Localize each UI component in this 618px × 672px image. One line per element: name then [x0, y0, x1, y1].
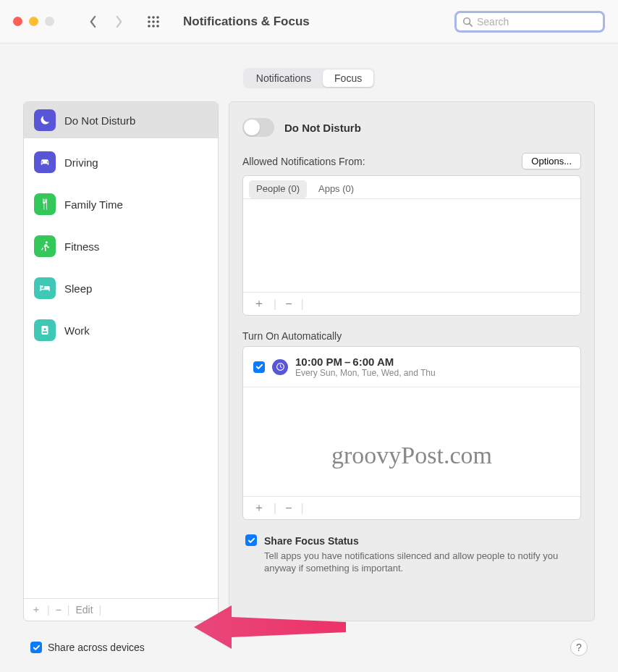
schedule-days: Every Sun, Mon, Tue, Wed, and Thu — [295, 368, 436, 378]
schedule-box: 10:00 PM – 6:00 AM Every Sun, Mon, Tue, … — [242, 346, 581, 520]
nav-arrows — [88, 14, 124, 29]
help-button[interactable]: ? — [570, 639, 588, 656]
sidebar-item-do-not-disturb[interactable]: Do Not Disturb — [24, 102, 218, 138]
remove-allowed-button[interactable]: − — [282, 298, 295, 311]
focus-sidebar: Do Not Disturb Driving Family Time — [23, 101, 219, 621]
watermark-text: groovyPost.com — [243, 442, 580, 469]
svg-line-10 — [470, 23, 473, 26]
allowed-tab-apps[interactable]: Apps (0) — [311, 180, 361, 198]
focus-toggle-label: Do Not Disturb — [284, 122, 361, 134]
preferences-window: Notifications & Focus Notifications Focu… — [0, 0, 618, 672]
schedule-body: groovyPost.com — [243, 387, 580, 496]
show-all-button[interactable] — [147, 15, 160, 28]
bed-icon — [34, 277, 56, 299]
tab-notifications[interactable]: Notifications — [245, 70, 323, 87]
svg-point-5 — [156, 20, 159, 23]
badge-icon — [34, 319, 56, 341]
tab-group: Notifications Focus — [0, 43, 618, 101]
auto-section-label: Turn On Automatically — [242, 330, 581, 342]
forward-button[interactable] — [114, 14, 124, 29]
sidebar-footer: ＋ | − | Edit | — [24, 598, 218, 621]
svg-point-6 — [148, 25, 151, 28]
clock-icon — [272, 359, 288, 375]
edit-focus-button[interactable]: Edit — [75, 604, 93, 616]
add-schedule-button[interactable]: ＋ — [250, 500, 268, 516]
share-across-devices-row: Share across devices — [30, 642, 145, 653]
svg-point-7 — [152, 25, 155, 28]
minimize-window-button[interactable] — [29, 17, 38, 26]
tab-focus[interactable]: Focus — [323, 70, 373, 87]
remove-focus-button[interactable]: − — [56, 604, 62, 616]
allowed-footer: ＋ | − | — [243, 292, 580, 315]
sidebar-item-label: Work — [64, 324, 90, 337]
share-focus-status-checkbox[interactable] — [245, 534, 257, 546]
allowed-tab-people[interactable]: People (0) — [249, 180, 307, 198]
allowed-section-header: Allowed Notifications From: Options... — [242, 153, 581, 169]
schedule-footer: ＋ | − | — [243, 496, 580, 519]
running-icon — [34, 235, 56, 257]
add-allowed-button[interactable]: ＋ — [250, 296, 268, 311]
svg-rect-14 — [43, 332, 47, 333]
search-field[interactable] — [454, 11, 605, 33]
car-icon — [34, 151, 56, 173]
schedule-checkbox[interactable] — [253, 361, 265, 373]
sidebar-item-fitness[interactable]: Fitness — [24, 228, 218, 264]
search-icon — [462, 17, 473, 27]
fork-knife-icon — [34, 193, 56, 215]
focus-detail-panel: Do Not Disturb Allowed Notifications Fro… — [229, 101, 595, 621]
page-title: Notifications & Focus — [183, 14, 310, 29]
schedule-time: 10:00 PM – 6:00 AM — [295, 356, 436, 368]
remove-schedule-button[interactable]: − — [282, 502, 295, 515]
close-window-button[interactable] — [13, 17, 22, 26]
svg-point-1 — [152, 16, 155, 19]
sidebar-item-label: Do Not Disturb — [64, 114, 135, 127]
svg-point-11 — [46, 241, 48, 243]
allowed-box: People (0) Apps (0) ＋ | − | — [242, 175, 581, 316]
search-input[interactable] — [477, 16, 597, 28]
allowed-tabs: People (0) Apps (0) — [243, 176, 580, 199]
sidebar-item-work[interactable]: Work — [24, 312, 218, 348]
sidebar-item-label: Driving — [64, 156, 98, 169]
window-controls — [13, 17, 54, 26]
svg-point-8 — [156, 25, 159, 28]
sidebar-item-driving[interactable]: Driving — [24, 144, 218, 180]
sidebar-item-label: Fitness — [64, 240, 99, 253]
allowed-list — [243, 199, 580, 292]
schedule-row[interactable]: 10:00 PM – 6:00 AM Every Sun, Mon, Tue, … — [243, 347, 580, 387]
do-not-disturb-toggle[interactable] — [242, 118, 274, 137]
schedule-text: 10:00 PM – 6:00 AM Every Sun, Mon, Tue, … — [295, 356, 436, 378]
focus-list: Do Not Disturb Driving Family Time — [24, 102, 218, 598]
svg-point-2 — [156, 16, 159, 19]
share-focus-status-label: Share Focus Status — [264, 534, 578, 548]
share-focus-status-row: Share Focus Status Tell apps you have no… — [242, 534, 581, 575]
sidebar-item-label: Family Time — [64, 198, 123, 211]
share-focus-status-text: Share Focus Status Tell apps you have no… — [264, 534, 578, 575]
svg-point-4 — [152, 20, 155, 23]
svg-point-3 — [148, 20, 151, 23]
sidebar-item-family-time[interactable]: Family Time — [24, 186, 218, 222]
bottom-bar: Share across devices ? — [0, 633, 618, 672]
back-button[interactable] — [88, 14, 98, 29]
add-focus-button[interactable]: ＋ — [31, 603, 41, 616]
sidebar-item-label: Sleep — [64, 282, 92, 295]
share-focus-status-description: Tell apps you have notifications silence… — [264, 550, 558, 574]
options-button[interactable]: Options... — [522, 153, 581, 169]
svg-point-13 — [44, 328, 46, 330]
share-across-devices-label: Share across devices — [48, 642, 145, 653]
toolbar: Notifications & Focus — [0, 0, 618, 43]
moon-icon — [34, 109, 56, 131]
sidebar-item-sleep[interactable]: Sleep — [24, 270, 218, 306]
allowed-notifications-label: Allowed Notifications From: — [242, 156, 365, 167]
zoom-window-button[interactable] — [45, 17, 54, 26]
content: Do Not Disturb Driving Family Time — [0, 101, 618, 633]
svg-point-0 — [148, 16, 151, 19]
focus-toggle-row: Do Not Disturb — [242, 118, 581, 137]
share-across-devices-checkbox[interactable] — [30, 642, 42, 653]
